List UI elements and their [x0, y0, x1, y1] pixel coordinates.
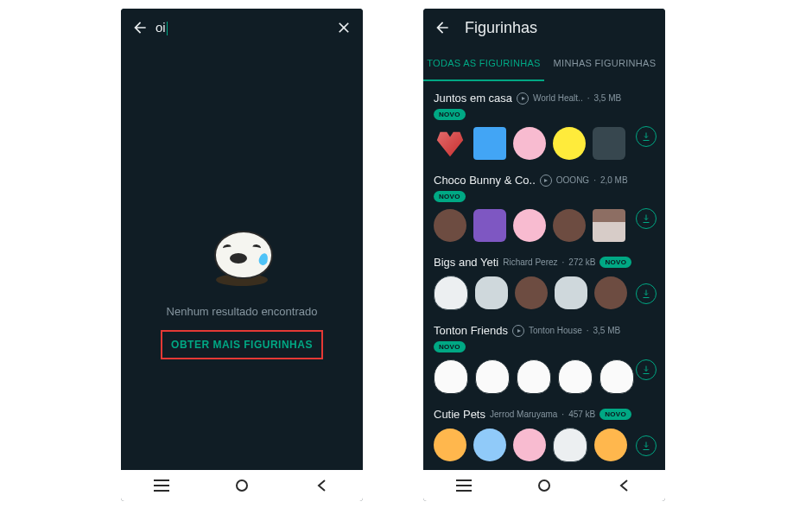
- sticker-preview: [553, 209, 586, 242]
- page-title: Figurinhas: [454, 19, 658, 37]
- sticker-preview: [558, 359, 593, 394]
- new-badge: NOVO: [434, 341, 466, 352]
- download-button[interactable]: [636, 435, 657, 456]
- search-topbar: oi: [121, 9, 363, 47]
- sticker-preview: [434, 429, 466, 461]
- sticker-preview: [555, 276, 587, 309]
- pack-author: OOONG: [556, 175, 589, 185]
- sticker-pack[interactable]: Choco Bunny & Co.. OOONG · 2,0 MB NOVO: [423, 167, 665, 249]
- svg-rect-2: [154, 490, 169, 492]
- download-button[interactable]: [636, 208, 657, 229]
- sticker-preview: [513, 127, 546, 160]
- pack-name: Juntos em casa: [434, 92, 512, 105]
- sticker-preview: [434, 276, 468, 310]
- sticker-previews: [434, 209, 655, 242]
- sticker-preview: [593, 209, 625, 242]
- animated-icon: [517, 92, 529, 105]
- sticker-preview: [434, 209, 466, 242]
- sticker-pack[interactable]: Bigs and Yeti Richard Perez · 272 kB NOV…: [423, 249, 665, 317]
- new-badge: NOVO: [599, 257, 631, 268]
- sticker-preview: [515, 276, 548, 309]
- svg-rect-4: [456, 479, 472, 481]
- pack-name: Bigs and Yeti: [434, 256, 498, 269]
- pack-name: Choco Bunny & Co..: [434, 174, 536, 187]
- pack-size: 272 kB: [568, 257, 595, 267]
- sticker-preview: [553, 127, 586, 160]
- tabs: TODAS AS FIGURINHAS MINHAS FIGURINHAS: [423, 47, 665, 81]
- back-arrow-icon[interactable]: [128, 16, 152, 40]
- pack-size: 2,0 MB: [600, 175, 628, 185]
- pack-name: Cutie Pets: [434, 408, 485, 421]
- pack-author: World Healt..: [533, 93, 583, 103]
- sticker-preview: [473, 429, 506, 461]
- svg-point-3: [237, 480, 247, 491]
- new-badge: NOVO: [434, 109, 466, 120]
- sticker-pack[interactable]: Tonton Friends Tonton House · 3,5 MB NOV…: [423, 317, 665, 401]
- empty-state: Nenhum resultado encontrado OBTER MAIS F…: [121, 47, 363, 470]
- back-button[interactable]: [599, 479, 650, 492]
- sticker-preview: [594, 276, 627, 309]
- pack-author: Jerrod Maruyama: [490, 410, 557, 419]
- sticker-preview: [473, 209, 506, 242]
- search-input[interactable]: oi: [152, 20, 332, 35]
- svg-rect-1: [154, 485, 169, 486]
- pack-size: 3,5 MB: [593, 93, 621, 103]
- download-button[interactable]: [636, 283, 657, 304]
- svg-rect-0: [154, 479, 169, 481]
- sticker-preview: [593, 127, 625, 160]
- sticker-preview: [473, 127, 506, 160]
- animated-icon: [512, 325, 524, 337]
- back-button[interactable]: [296, 479, 348, 492]
- no-results-text: Nenhum resultado encontrado: [167, 305, 318, 318]
- new-badge: NOVO: [434, 191, 466, 202]
- download-button[interactable]: [636, 126, 657, 147]
- get-more-stickers-button[interactable]: OBTER MAIS FIGURINHAS: [161, 330, 323, 359]
- tab-my-stickers[interactable]: MINHAS FIGURINHAS: [544, 47, 665, 81]
- sticker-previews: [434, 276, 655, 310]
- pack-author: Richard Perez: [503, 257, 557, 267]
- store-topbar: Figurinhas: [423, 9, 665, 47]
- sticker-pack[interactable]: Cutie Pets Jerrod Maruyama · 457 kB NOVO: [423, 401, 665, 469]
- sticker-preview: [517, 359, 551, 394]
- sticker-preview: [513, 429, 546, 461]
- sticker-preview: [434, 359, 468, 394]
- sticker-preview: [475, 276, 508, 309]
- sticker-preview: [599, 359, 634, 394]
- pack-name: Tonton Friends: [434, 324, 508, 337]
- sticker-previews: [434, 359, 655, 394]
- tab-all-stickers[interactable]: TODAS AS FIGURINHAS: [423, 47, 544, 81]
- pack-size: 457 kB: [568, 410, 595, 419]
- sticker-pack[interactable]: Baby Shark Pink Fong · 3,4 MB NOVO: [423, 469, 665, 470]
- sticker-preview: [594, 429, 627, 461]
- animated-icon: [540, 175, 552, 187]
- android-navbar: [121, 470, 363, 501]
- crying-sticker-icon: [211, 227, 273, 289]
- new-badge: NOVO: [599, 409, 631, 420]
- sticker-preview: [434, 127, 466, 160]
- sticker-previews: [434, 127, 655, 160]
- download-button[interactable]: [636, 359, 657, 380]
- android-navbar: [423, 470, 665, 501]
- phone-sticker-store: Figurinhas TODAS AS FIGURINHAS MINHAS FI…: [423, 9, 665, 501]
- home-button[interactable]: [518, 479, 570, 492]
- recents-button[interactable]: [438, 479, 490, 492]
- recents-button[interactable]: [136, 479, 187, 492]
- close-icon[interactable]: [332, 16, 356, 40]
- sticker-preview: [553, 428, 587, 462]
- phone-search-screen: oi Nenhum resultado encontrado OBTER MAI…: [121, 9, 363, 501]
- pack-author: Tonton House: [529, 326, 582, 335]
- svg-rect-5: [456, 485, 472, 486]
- svg-point-7: [539, 480, 549, 491]
- sticker-pack[interactable]: Juntos em casa World Healt.. · 3,5 MB NO…: [423, 85, 665, 167]
- search-content: Nenhum resultado encontrado OBTER MAIS F…: [121, 47, 363, 470]
- home-button[interactable]: [216, 479, 268, 492]
- svg-rect-6: [456, 490, 472, 492]
- pack-size: 3,5 MB: [593, 326, 621, 335]
- back-arrow-icon[interactable]: [430, 16, 454, 40]
- sticker-previews: [434, 428, 655, 462]
- sticker-preview: [475, 359, 510, 394]
- sticker-preview: [513, 209, 546, 242]
- pack-list[interactable]: Juntos em casa World Healt.. · 3,5 MB NO…: [423, 81, 665, 470]
